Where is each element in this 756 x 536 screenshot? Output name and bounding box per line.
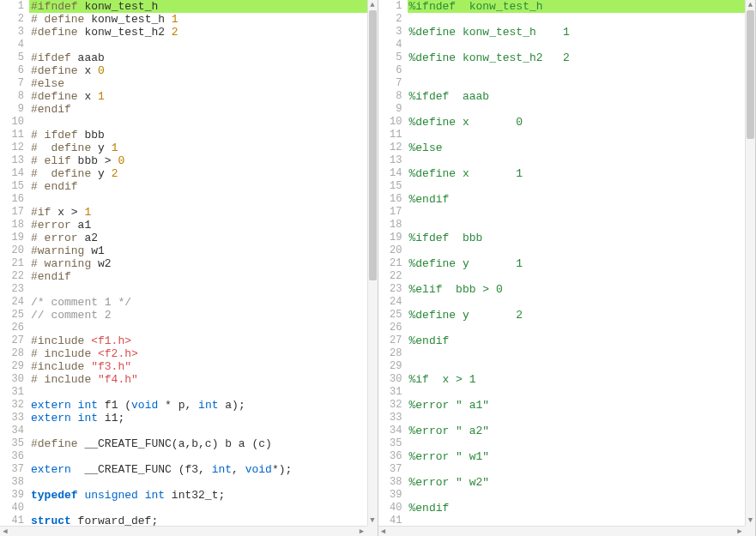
code-line[interactable]: 30# include "f4.h" xyxy=(0,373,378,386)
code-line[interactable]: 35 xyxy=(378,437,756,450)
code-line[interactable]: 14# define y 2 xyxy=(0,167,378,180)
code-line[interactable]: 5%define konw_test_h2 2 xyxy=(378,51,756,64)
line-content[interactable] xyxy=(408,347,409,360)
line-content[interactable]: %ifdef aaab xyxy=(408,90,490,103)
code-line[interactable]: 34%error " a2" xyxy=(378,425,756,437)
scroll-left-icon[interactable]: ◀ xyxy=(378,527,389,536)
line-content[interactable]: #ifdef aaab xyxy=(29,51,105,64)
line-content[interactable] xyxy=(408,244,409,257)
line-content[interactable] xyxy=(408,386,409,399)
code-line[interactable]: 3#define konw_test_h2 2 xyxy=(0,26,378,39)
code-line[interactable]: 17#if x > 1 xyxy=(0,206,378,219)
line-content[interactable]: %define konw_test_h2 2 xyxy=(408,51,570,64)
scroll-up-icon[interactable]: ▲ xyxy=(368,0,378,10)
line-content[interactable] xyxy=(408,219,409,232)
line-content[interactable]: %error " w2" xyxy=(408,476,490,489)
left-horizontal-scrollbar[interactable]: ◀ ▶ xyxy=(0,526,367,536)
line-content[interactable]: #else xyxy=(29,77,64,90)
scroll-left-icon[interactable]: ◀ xyxy=(0,527,10,536)
code-line[interactable]: 6 xyxy=(378,64,756,77)
line-content[interactable]: #define konw_test_h2 2 xyxy=(29,26,178,39)
line-content[interactable] xyxy=(408,270,409,283)
line-content[interactable]: extern __CREATE_FUNC (f3, int, void*); xyxy=(29,463,292,476)
code-line[interactable]: 25%define y 2 xyxy=(378,309,756,322)
left-vertical-scrollbar[interactable]: ▲ ▼ xyxy=(367,0,378,526)
code-line[interactable]: 28# include <f2.h> xyxy=(0,347,378,360)
code-line[interactable]: 38 xyxy=(0,476,378,489)
line-content[interactable] xyxy=(408,489,409,502)
line-content[interactable]: #endif xyxy=(29,270,71,283)
code-line[interactable]: 3%define konw_test_h 1 xyxy=(378,26,756,39)
code-line[interactable]: 20#warning w1 xyxy=(0,244,378,257)
line-content[interactable] xyxy=(408,39,409,51)
line-content[interactable]: %ifdef bbb xyxy=(408,232,483,244)
line-content[interactable] xyxy=(408,77,409,90)
line-content[interactable]: extern int i1; xyxy=(29,412,124,425)
line-content[interactable]: #define x 0 xyxy=(29,64,105,77)
code-line[interactable]: 36 xyxy=(0,450,378,463)
code-line[interactable]: 39typedef unsigned int int32_t; xyxy=(0,489,378,502)
code-line[interactable]: 28 xyxy=(378,347,756,360)
line-content[interactable]: # define konw_test_h 1 xyxy=(29,13,178,26)
right-vertical-scrollbar[interactable]: ▲ ▼ xyxy=(745,0,755,526)
line-content[interactable]: %define y 2 xyxy=(408,309,523,322)
code-line[interactable]: 21# warning w2 xyxy=(0,257,378,270)
code-line[interactable]: 19%ifdef bbb xyxy=(378,232,756,244)
line-content[interactable] xyxy=(29,476,31,489)
line-content[interactable]: %error " a1" xyxy=(408,399,490,412)
line-content[interactable]: # include <f2.h> xyxy=(29,347,138,360)
code-line[interactable]: 18#error a1 xyxy=(0,219,378,232)
code-line[interactable]: 22 xyxy=(378,270,756,283)
line-content[interactable]: /* comment 1 */ xyxy=(29,296,131,309)
line-content[interactable]: %define y 1 xyxy=(408,257,523,270)
code-line[interactable]: 39 xyxy=(378,489,756,502)
line-content[interactable] xyxy=(29,39,31,51)
code-line[interactable]: 23%elif bbb > 0 xyxy=(378,283,756,296)
line-content[interactable]: # define y 2 xyxy=(29,167,118,180)
code-line[interactable]: 20 xyxy=(378,244,756,257)
line-content[interactable] xyxy=(29,193,31,206)
line-content[interactable]: %ifndef konw_test_h xyxy=(408,0,543,13)
code-line[interactable]: 27#include <f1.h> xyxy=(0,334,378,347)
line-content[interactable]: #endif xyxy=(29,103,71,116)
code-line[interactable]: 16 xyxy=(0,193,378,206)
code-line[interactable]: 2# define konw_test_h 1 xyxy=(0,13,378,26)
code-line[interactable]: 24 xyxy=(378,296,756,309)
scroll-down-icon[interactable]: ▼ xyxy=(368,515,378,526)
code-line[interactable]: 7#else xyxy=(0,77,378,90)
right-editor[interactable]: 1%ifndef konw_test_h23%define konw_test_… xyxy=(378,0,756,536)
code-line[interactable]: 7 xyxy=(378,77,756,90)
line-content[interactable]: %else xyxy=(408,142,443,154)
code-line[interactable]: 37 xyxy=(378,463,756,476)
line-content[interactable]: %error " w1" xyxy=(408,450,490,463)
left-scroll-thumb[interactable] xyxy=(369,10,377,280)
code-line[interactable]: 10%define x 0 xyxy=(378,116,756,129)
code-line[interactable]: 38%error " w2" xyxy=(378,476,756,489)
line-content[interactable] xyxy=(408,129,409,142)
line-content[interactable] xyxy=(408,322,409,334)
code-line[interactable]: 36%error " w1" xyxy=(378,450,756,463)
line-content[interactable]: %error " a2" xyxy=(408,425,490,437)
code-line[interactable]: 32extern int f1 (void * p, int a); xyxy=(0,399,378,412)
line-content[interactable]: typedef unsigned int int32_t; xyxy=(29,489,225,502)
code-line[interactable]: 26 xyxy=(378,322,756,334)
code-line[interactable]: 2 xyxy=(378,13,756,26)
line-content[interactable] xyxy=(408,206,409,219)
line-content[interactable]: %define x 1 xyxy=(408,167,523,180)
code-line[interactable]: 34 xyxy=(0,425,378,437)
line-content[interactable]: # define y 1 xyxy=(29,142,118,154)
line-content[interactable] xyxy=(29,450,31,463)
code-line[interactable]: 29 xyxy=(378,360,756,373)
line-content[interactable] xyxy=(29,116,31,129)
code-line[interactable]: 19# error a2 xyxy=(0,232,378,244)
code-line[interactable]: 13 xyxy=(378,154,756,167)
code-line[interactable]: 8%ifdef aaab xyxy=(378,90,756,103)
code-line[interactable]: 12%else xyxy=(378,142,756,154)
line-content[interactable]: %endif xyxy=(408,502,450,515)
line-content[interactable]: #define __CREATE_FUNC(a,b,c) b a (c) xyxy=(29,437,272,450)
code-line[interactable]: 4 xyxy=(378,39,756,51)
scroll-right-icon[interactable]: ▶ xyxy=(735,527,745,536)
line-content[interactable]: # elif bbb > 0 xyxy=(29,154,124,167)
code-line[interactable]: 25// comment 2 xyxy=(0,309,378,322)
code-line[interactable]: 35#define __CREATE_FUNC(a,b,c) b a (c) xyxy=(0,437,378,450)
